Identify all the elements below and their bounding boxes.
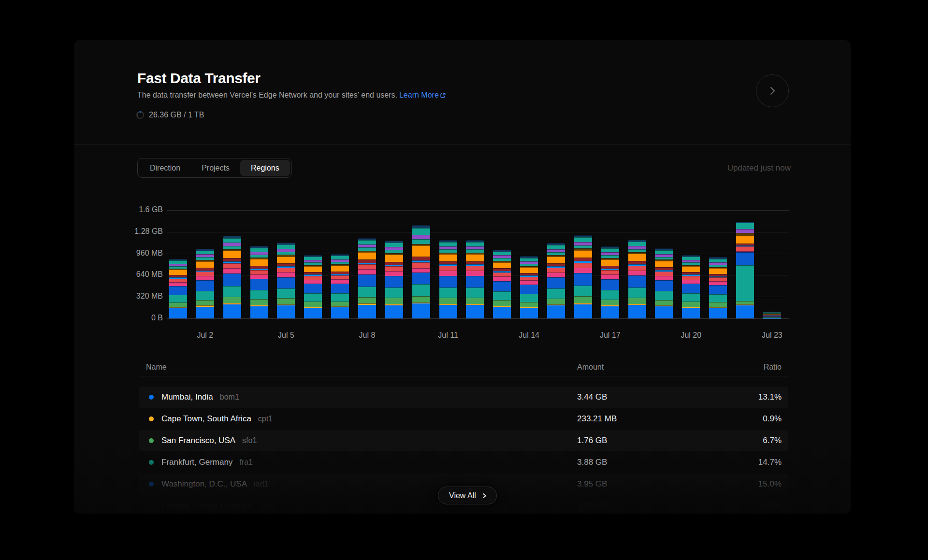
bar-segment-pink (574, 268, 592, 273)
external-link-icon (440, 92, 446, 99)
chart-bar[interactable] (574, 235, 592, 318)
chart-bar[interactable] (250, 246, 268, 318)
chart-bar[interactable] (520, 256, 538, 318)
bar-segment-fra1 (277, 288, 295, 298)
bar-segment-iad1 (736, 252, 754, 265)
bar-segment-orange (628, 254, 646, 261)
bar-segment-coral (169, 279, 187, 282)
bar-segment-pink (196, 276, 214, 280)
bar-segment-bom1 (304, 308, 322, 318)
x-axis-tick-label: Jul 14 (508, 331, 551, 340)
chart-bar[interactable] (358, 238, 376, 318)
bar-segment-orange (331, 266, 349, 272)
bar-segment-iad1 (601, 279, 619, 290)
region-code: iad1 (254, 480, 268, 488)
chart-bar[interactable] (655, 248, 673, 318)
y-axis-tick-label: 640 MB (93, 270, 163, 279)
bar-segment-orange (574, 250, 592, 258)
bar-segment-pink (628, 271, 646, 276)
region-amount: 233.21 MB (577, 414, 617, 424)
gridline (167, 232, 789, 232)
chart-bar[interactable] (331, 254, 349, 318)
chart-bar[interactable] (439, 240, 457, 318)
bar-segment-fra1 (196, 291, 214, 300)
bar-segment-iad1 (493, 281, 511, 291)
bar-segment-teal-2 (412, 239, 430, 244)
column-header-ratio: Ratio (764, 363, 782, 372)
chart-bar[interactable] (736, 222, 754, 318)
bar-segment-coral (223, 263, 241, 268)
chart-bar[interactable] (547, 243, 565, 318)
bar-segment-iad1 (466, 276, 484, 287)
tab-regions[interactable]: Regions (240, 160, 290, 176)
bar-segment-coral (412, 262, 430, 268)
chart-bar[interactable] (493, 250, 511, 318)
y-axis-tick-label: 960 MB (93, 249, 163, 258)
region-dot (149, 482, 154, 487)
bar-segment-teal-3 (304, 257, 322, 260)
bar-segment-sfo1 (169, 302, 187, 307)
bar-segment-fra1 (601, 290, 619, 299)
gridline (167, 318, 789, 319)
bar-segment-teal-3 (358, 240, 376, 244)
bar-segment-iad1 (385, 276, 403, 287)
bar-segment-teal-3 (520, 258, 538, 261)
chart-bar[interactable] (601, 246, 619, 318)
region-dot (149, 395, 154, 400)
bar-segment-orange (169, 270, 187, 275)
next-button[interactable] (756, 74, 789, 107)
tab-projects[interactable]: Projects (191, 160, 240, 176)
chart-bar[interactable] (466, 240, 484, 318)
chevron-right-icon (481, 492, 488, 499)
chart-bar[interactable] (277, 243, 295, 318)
bar-segment-teal-3 (439, 242, 457, 246)
bar-segment-teal-3 (223, 238, 241, 243)
bar-segment-orange (196, 261, 214, 268)
bar-segment-bom1 (277, 305, 295, 318)
bar-segment-orange (493, 262, 511, 269)
bar-segment-teal-3 (250, 248, 268, 252)
region-name: Washington, D.C., USA (161, 479, 247, 489)
bar-segment-fra1 (682, 293, 700, 302)
bar-segment-pink (682, 280, 700, 284)
bar-segment-teal-3 (709, 259, 727, 262)
region-amount: 1.76 GB (577, 436, 607, 445)
bar-segment-orange (709, 268, 727, 273)
bar-segment-purple (574, 242, 592, 245)
chart-bar[interactable] (412, 225, 430, 318)
page-title: Fast Data Transfer (137, 70, 261, 86)
bar-segment-iad1 (709, 285, 727, 294)
bar-segment-pink (250, 274, 268, 279)
x-axis-tick-label: Jul 5 (264, 331, 308, 340)
x-axis-tick-label: Jul 11 (426, 331, 470, 340)
bar-segment-fra1 (628, 287, 646, 298)
y-axis-tick-label: 1.6 GB (93, 205, 163, 214)
bar-segment-bom1 (601, 306, 619, 318)
view-all-button[interactable]: View All (438, 487, 497, 504)
bar-segment-purple (358, 244, 376, 248)
region-amount: 3.88 GB (577, 458, 607, 467)
chart-bar[interactable] (304, 255, 322, 318)
tab-direction[interactable]: Direction (139, 160, 191, 176)
chart-bar[interactable] (763, 312, 781, 318)
bar-segment-fra1 (655, 291, 673, 300)
chart-bar[interactable] (709, 257, 727, 318)
bar-segment-sfo1 (520, 302, 538, 307)
chart-bar[interactable] (628, 240, 646, 318)
bar-segment-pink (169, 282, 187, 286)
chart-bar[interactable] (385, 241, 403, 318)
bar-segment-bom1 (709, 308, 727, 318)
bar-segment-fra1 (574, 286, 592, 296)
bar-segment-coral (574, 263, 592, 268)
bar-segment-teal-3 (385, 243, 403, 247)
bar-segment-sfo1 (574, 296, 592, 303)
table-header-divider (139, 376, 788, 376)
bar-segment-teal-3 (412, 228, 430, 235)
chart-bar[interactable] (169, 259, 187, 318)
bar-segment-sfo1 (682, 302, 700, 307)
chart-bar[interactable] (196, 249, 214, 318)
chart-bar[interactable] (682, 255, 700, 318)
bar-segment-sfo1 (601, 300, 619, 305)
learn-more-link[interactable]: Learn More (399, 91, 446, 100)
chart-bar[interactable] (223, 236, 241, 318)
